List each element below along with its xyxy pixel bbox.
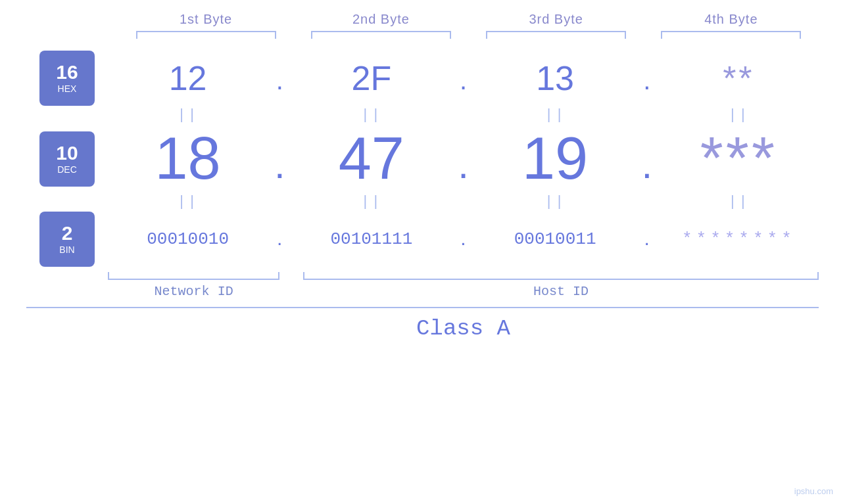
dec-badge: 10 DEC bbox=[39, 131, 95, 187]
bin-b4-value: ******** bbox=[682, 229, 796, 249]
bracket-top-1 bbox=[136, 31, 276, 39]
dec-b4: *** bbox=[659, 125, 819, 193]
network-id-label: Network ID bbox=[108, 284, 279, 299]
byte4-header: 4th Byte bbox=[644, 12, 819, 27]
bracket-top-4 bbox=[661, 31, 801, 39]
hex-b4: ** bbox=[659, 58, 819, 98]
bracket-cell-2 bbox=[293, 31, 468, 39]
dec-b2: 47 bbox=[291, 125, 451, 193]
byte3-header: 3rd Byte bbox=[469, 12, 644, 27]
eq-2-4: || bbox=[659, 194, 819, 210]
equals-row-1: || || || || bbox=[26, 107, 819, 124]
dec-b1-value: 18 bbox=[155, 126, 221, 191]
hex-b2-value: 2F bbox=[352, 59, 392, 97]
hex-dot-2: . bbox=[452, 66, 475, 98]
hex-base-number: 16 bbox=[56, 62, 78, 82]
hex-b1-value: 12 bbox=[169, 59, 207, 97]
hex-b3: 13 bbox=[475, 58, 635, 98]
hex-dot-1: . bbox=[268, 66, 291, 98]
bin-row: 2 BIN 00010010 . 00101111 . 00010011 . *… bbox=[26, 212, 819, 267]
hex-b2: 2F bbox=[291, 58, 451, 98]
hex-row: 16 HEX 12 . 2F . 13 . ** bbox=[26, 51, 819, 106]
bracket-cell-3 bbox=[469, 31, 644, 39]
byte2-header: 2nd Byte bbox=[293, 12, 468, 27]
bottom-bracket-host bbox=[303, 272, 819, 280]
byte1-header: 1st Byte bbox=[118, 12, 293, 27]
eq-2-2: || bbox=[291, 194, 451, 210]
eq-2-3: || bbox=[475, 194, 635, 210]
bin-dot-3: . bbox=[635, 227, 659, 251]
bracket-cell-4 bbox=[644, 31, 819, 39]
class-row: Class A bbox=[26, 307, 819, 341]
class-label: Class A bbox=[108, 308, 819, 341]
bottom-bracket-network bbox=[108, 272, 279, 280]
dec-b4-value: *** bbox=[700, 126, 777, 191]
hex-b4-value: ** bbox=[723, 59, 754, 97]
bracket-cell-1 bbox=[118, 31, 293, 39]
byte-headers: 1st Byte 2nd Byte 3rd Byte 4th Byte bbox=[26, 12, 819, 27]
watermark: ipshu.com bbox=[794, 486, 833, 496]
hex-dot-3: . bbox=[635, 66, 659, 98]
hex-base-label: HEX bbox=[58, 83, 77, 94]
bin-dot-2: . bbox=[452, 227, 475, 251]
top-brackets bbox=[26, 31, 819, 39]
hex-badge: 16 HEX bbox=[39, 51, 95, 106]
bin-badge: 2 BIN bbox=[39, 212, 95, 267]
bin-value-cells: 00010010 . 00101111 . 00010011 . *******… bbox=[108, 227, 819, 251]
dec-b3: 19 bbox=[475, 125, 635, 193]
bin-b2-value: 00101111 bbox=[330, 229, 412, 249]
bin-base-number: 2 bbox=[62, 223, 73, 243]
dec-value-cells: 18 . 47 . 19 . *** bbox=[108, 125, 819, 193]
bin-b3-value: 00010011 bbox=[514, 229, 596, 249]
bracket-top-3 bbox=[486, 31, 626, 39]
equals-row-2: || || || || bbox=[26, 194, 819, 210]
bin-b1-value: 00010010 bbox=[147, 229, 229, 249]
bin-b3: 00010011 bbox=[475, 229, 635, 249]
dec-b2-value: 47 bbox=[339, 126, 404, 191]
dec-b1: 18 bbox=[108, 125, 268, 193]
eq-1-2: || bbox=[291, 107, 451, 124]
eq-2-1: || bbox=[108, 194, 268, 210]
hex-value-cells: 12 . 2F . 13 . ** bbox=[108, 58, 819, 98]
dec-base-number: 10 bbox=[56, 143, 78, 163]
bin-dot-1: . bbox=[268, 227, 291, 251]
bracket-top-2 bbox=[311, 31, 451, 39]
hex-b3-value: 13 bbox=[536, 59, 574, 97]
bin-base-label: BIN bbox=[59, 244, 74, 255]
dec-dot-1: . bbox=[268, 142, 291, 193]
main-container: 1st Byte 2nd Byte 3rd Byte 4th Byte 16 H… bbox=[0, 0, 845, 504]
bin-b4: ******** bbox=[659, 229, 819, 249]
eq-1-3: || bbox=[475, 107, 635, 124]
dec-dot-3: . bbox=[635, 142, 659, 193]
eq-1-1: || bbox=[108, 107, 268, 124]
bin-b1: 00010010 bbox=[108, 229, 268, 249]
host-id-label: Host ID bbox=[303, 284, 819, 299]
eq-1-4: || bbox=[659, 107, 819, 124]
dec-row: 10 DEC 18 . 47 . 19 . *** bbox=[26, 125, 819, 193]
dec-b3-value: 19 bbox=[522, 126, 588, 191]
hex-b1: 12 bbox=[108, 58, 268, 98]
dec-dot-2: . bbox=[452, 142, 475, 193]
bin-b2: 00101111 bbox=[291, 229, 451, 249]
dec-base-label: DEC bbox=[57, 164, 77, 175]
